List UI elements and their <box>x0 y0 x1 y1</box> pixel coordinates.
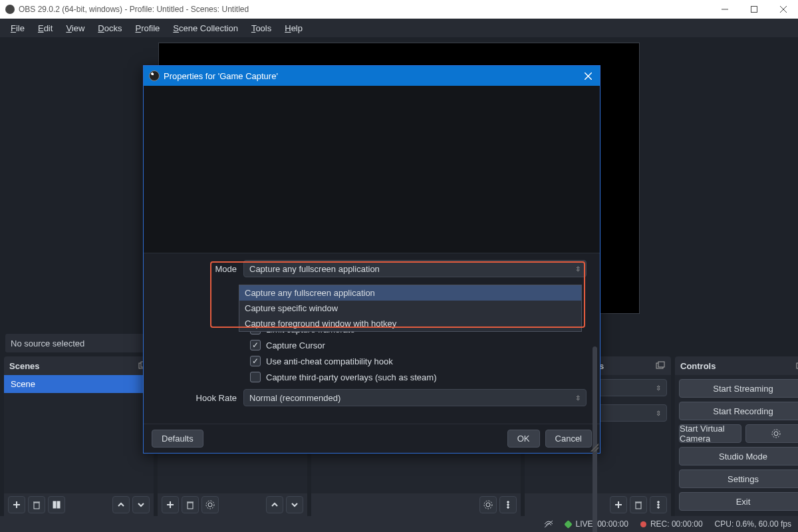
mode-option-foreground-hotkey[interactable]: Capture foreground window with hotkey <box>239 316 581 331</box>
controls-panel: Controls Start Streaming Start Recording… <box>675 356 798 516</box>
svg-point-18 <box>208 503 212 507</box>
svg-rect-16 <box>188 503 193 509</box>
transition-add-button[interactable] <box>610 496 627 513</box>
status-rec: REC: 00:00:00 <box>650 519 703 529</box>
svg-point-24 <box>507 501 509 503</box>
menu-tools[interactable]: Tools <box>246 21 277 36</box>
menu-profile[interactable]: Profile <box>130 21 165 36</box>
resize-grip[interactable] <box>591 444 598 452</box>
svg-point-39 <box>772 430 780 438</box>
svg-point-19 <box>206 501 214 509</box>
menu-bar: File Edit View Docks Profile Scene Colle… <box>0 19 798 37</box>
scene-item[interactable]: Scene <box>4 375 154 393</box>
hookrate-label: Hook Rate <box>157 393 243 403</box>
source-down-button[interactable] <box>286 496 303 513</box>
anticheat-label: Use anti-cheat compatibility hook <box>266 356 393 366</box>
scenes-panel: Scenes Scene <box>4 356 154 516</box>
menu-docks[interactable]: Docks <box>92 21 127 36</box>
cancel-button[interactable]: Cancel <box>545 430 592 448</box>
svg-rect-11 <box>57 501 60 508</box>
ok-button[interactable]: OK <box>507 430 540 448</box>
svg-point-23 <box>484 501 492 509</box>
properties-dialog: Properties for 'Game Capture' Mode Captu… <box>143 65 600 454</box>
svg-point-35 <box>658 507 660 509</box>
svg-point-25 <box>507 504 509 506</box>
scene-remove-button[interactable] <box>28 496 45 513</box>
start-virtual-camera-button[interactable]: Start Virtual Camera <box>679 424 741 443</box>
menu-help[interactable]: Help <box>279 21 308 36</box>
svg-point-34 <box>658 504 660 506</box>
mixer-menu-button[interactable] <box>499 496 517 513</box>
no-source-label: No source selected <box>5 334 145 352</box>
mode-option-specific-window[interactable]: Capture specific window <box>239 301 581 316</box>
svg-point-22 <box>486 503 490 507</box>
dialog-titlebar[interactable]: Properties for 'Game Capture' <box>144 66 600 86</box>
mode-select[interactable]: Capture any fullscreen application ⇳ <box>243 260 587 277</box>
scene-add-button[interactable] <box>8 496 25 513</box>
menu-file[interactable]: File <box>5 21 30 36</box>
svg-rect-10 <box>53 501 56 508</box>
dialog-scrollbar[interactable] <box>593 346 597 532</box>
exit-button[interactable]: Exit <box>679 492 798 511</box>
svg-rect-28 <box>658 362 664 367</box>
rec-indicator-icon <box>640 521 646 527</box>
studio-mode-button[interactable]: Studio Mode <box>679 447 798 466</box>
window-maximize-button[interactable] <box>739 0 769 19</box>
source-properties-button[interactable] <box>201 496 219 513</box>
start-recording-button[interactable]: Start Recording <box>679 402 798 420</box>
window-close-button[interactable] <box>769 0 798 19</box>
svg-rect-1 <box>751 7 757 13</box>
scene-filters-button[interactable] <box>48 496 65 513</box>
thirdparty-overlays-checkbox[interactable] <box>250 372 261 382</box>
settings-button[interactable]: Settings <box>679 469 798 488</box>
source-up-button[interactable] <box>266 496 283 513</box>
scene-up-button[interactable] <box>112 496 130 513</box>
svg-point-26 <box>507 507 509 509</box>
status-live: LIVE: 00:00:00 <box>575 519 628 529</box>
dialog-preview <box>144 86 600 253</box>
scenes-title: Scenes <box>9 361 40 371</box>
anticheat-checkbox[interactable] <box>250 356 261 366</box>
source-add-button[interactable] <box>162 496 179 513</box>
controls-title: Controls <box>680 361 716 371</box>
menu-view[interactable]: View <box>61 21 90 36</box>
live-indicator-icon <box>565 520 573 529</box>
mixer-settings-button[interactable] <box>479 496 497 513</box>
transitions-popout-icon[interactable] <box>655 360 666 371</box>
svg-point-38 <box>774 432 778 436</box>
svg-rect-31 <box>636 503 641 509</box>
dialog-close-button[interactable] <box>581 69 595 82</box>
menu-scene-collection[interactable]: Scene Collection <box>168 21 243 36</box>
capture-cursor-label: Capture Cursor <box>266 340 325 350</box>
status-cpu: CPU: 0.6%, 60.00 fps <box>715 519 791 529</box>
source-remove-button[interactable] <box>182 496 199 513</box>
transition-remove-button[interactable] <box>630 496 647 513</box>
defaults-button[interactable]: Defaults <box>152 430 203 448</box>
window-titlebar: OBS 29.0.2 (64-bit, windows) - Profile: … <box>0 0 798 19</box>
window-minimize-button[interactable] <box>710 0 739 19</box>
mode-option-fullscreen[interactable]: Capture any fullscreen application <box>239 285 581 301</box>
scene-down-button[interactable] <box>132 496 150 513</box>
mode-dropdown-list: Capture any fullscreen application Captu… <box>239 285 582 332</box>
mode-label: Mode <box>157 264 243 274</box>
obs-app-icon <box>5 5 15 14</box>
virtual-camera-settings-button[interactable] <box>745 424 799 443</box>
svg-point-33 <box>658 501 660 503</box>
status-bar: LIVE: 00:00:00 REC: 00:00:00 CPU: 0.6%, … <box>0 516 798 532</box>
controls-popout-icon[interactable] <box>795 360 798 371</box>
capture-cursor-checkbox[interactable] <box>250 340 261 350</box>
network-status-icon <box>544 520 553 528</box>
thirdparty-overlays-label: Capture third-party overlays (such as st… <box>266 372 436 382</box>
chevron-updown-icon: ⇳ <box>575 394 581 402</box>
hookrate-select[interactable]: Normal (recommended) ⇳ <box>243 389 587 406</box>
start-streaming-button[interactable]: Start Streaming <box>679 379 798 398</box>
chevron-updown-icon: ⇳ <box>575 265 581 273</box>
svg-rect-8 <box>34 503 39 509</box>
dialog-title: Properties for 'Game Capture' <box>164 71 278 81</box>
menu-edit[interactable]: Edit <box>33 21 58 36</box>
window-title: OBS 29.0.2 (64-bit, windows) - Profile: … <box>19 5 249 14</box>
obs-icon <box>149 70 160 81</box>
transition-menu-button[interactable] <box>650 496 667 513</box>
